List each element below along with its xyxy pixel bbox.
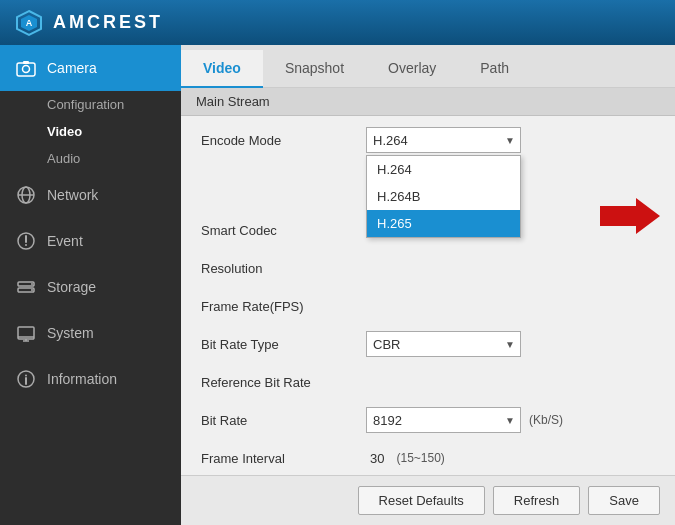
svg-point-10 [25, 244, 27, 246]
tab-bar: Video Snapshot Overlay Path [181, 45, 675, 88]
sidebar-item-camera[interactable]: Camera [0, 45, 181, 91]
system-icon [15, 322, 37, 344]
sidebar-item-network[interactable]: Network [0, 172, 181, 218]
app-header: A AMCREST [0, 0, 675, 45]
sidebar-item-storage[interactable]: Storage [0, 264, 181, 310]
section-header: Main Stream [181, 88, 675, 116]
sidebar-item-system[interactable]: System [0, 310, 181, 356]
resolution-label: Resolution [201, 261, 366, 276]
bit-rate-type-row: Bit Rate Type CBR [201, 330, 655, 358]
bit-rate-type-select-wrapper[interactable]: CBR [366, 331, 521, 357]
bit-rate-select[interactable]: 8192 [366, 407, 521, 433]
sidebar-camera-label: Camera [47, 60, 97, 76]
svg-rect-5 [23, 61, 29, 64]
encode-mode-label: Encode Mode [201, 133, 366, 148]
svg-point-13 [31, 283, 33, 285]
save-button[interactable]: Save [588, 486, 660, 515]
dropdown-item-h265[interactable]: H.265 [367, 210, 520, 237]
encode-mode-select-wrapper[interactable]: H.264 [366, 127, 521, 153]
reset-defaults-button[interactable]: Reset Defaults [358, 486, 485, 515]
encode-mode-row: Encode Mode H.264 H.264 H.264B [201, 126, 655, 154]
svg-text:A: A [26, 18, 33, 28]
bit-rate-label: Bit Rate [201, 413, 366, 428]
dropdown-item-h264b[interactable]: H.264B [367, 183, 520, 210]
bit-rate-row: Bit Rate 8192 (Kb/S) [201, 406, 655, 434]
frame-interval-value: 30 [366, 449, 388, 468]
sidebar-sub-configuration[interactable]: Configuration [0, 91, 181, 118]
amcrest-logo-icon: A [15, 9, 43, 37]
camera-icon [15, 57, 37, 79]
dropdown-item-h264[interactable]: H.264 [367, 156, 520, 183]
tab-snapshot[interactable]: Snapshot [263, 50, 366, 88]
footer-buttons: Reset Defaults Refresh Save [181, 475, 675, 525]
svg-point-21 [25, 375, 27, 377]
network-icon [15, 184, 37, 206]
frame-interval-unit: (15~150) [396, 451, 444, 465]
resolution-row: Resolution [201, 254, 655, 282]
tab-video[interactable]: Video [181, 50, 263, 88]
content-area: Video Snapshot Overlay Path Main Stream … [181, 45, 675, 525]
sidebar-storage-label: Storage [47, 279, 96, 295]
tab-path[interactable]: Path [458, 50, 531, 88]
reference-bit-rate-row: Reference Bit Rate [201, 368, 655, 396]
red-arrow-container [600, 198, 660, 234]
form-area: Encode Mode H.264 H.264 H.264B [181, 116, 675, 475]
sidebar-event-label: Event [47, 233, 83, 249]
event-icon [15, 230, 37, 252]
info-icon [15, 368, 37, 390]
bit-rate-type-select[interactable]: CBR [366, 331, 521, 357]
bit-rate-unit: (Kb/S) [529, 413, 563, 427]
reference-bit-rate-label: Reference Bit Rate [201, 375, 366, 390]
sidebar-system-label: System [47, 325, 94, 341]
frame-interval-label: Frame Interval [201, 451, 366, 466]
sidebar-sub-video[interactable]: Video [0, 118, 181, 145]
frame-rate-label: Frame Rate(FPS) [201, 299, 366, 314]
sidebar-item-event[interactable]: Event [0, 218, 181, 264]
main-layout: Camera Configuration Video Audio Network [0, 45, 675, 525]
sidebar-item-information[interactable]: Information [0, 356, 181, 402]
bit-rate-type-label: Bit Rate Type [201, 337, 366, 352]
sidebar-network-label: Network [47, 187, 98, 203]
red-arrow-icon [600, 198, 660, 234]
bit-rate-select-wrapper[interactable]: 8192 [366, 407, 521, 433]
frame-interval-row: Frame Interval 30 (15~150) [201, 444, 655, 472]
tab-overlay[interactable]: Overlay [366, 50, 458, 88]
encode-mode-select[interactable]: H.264 [366, 127, 521, 153]
sidebar-information-label: Information [47, 371, 117, 387]
refresh-button[interactable]: Refresh [493, 486, 581, 515]
svg-point-4 [23, 66, 30, 73]
frame-rate-row: Frame Rate(FPS) [201, 292, 655, 320]
sidebar: Camera Configuration Video Audio Network [0, 45, 181, 525]
sidebar-sub-audio[interactable]: Audio [0, 145, 181, 172]
encode-mode-dropdown: H.264 H.264B H.265 [366, 155, 521, 238]
svg-point-14 [31, 289, 33, 291]
app-title: AMCREST [53, 12, 163, 33]
storage-icon [15, 276, 37, 298]
encode-mode-control: H.264 H.264 H.264B H.265 [366, 127, 521, 153]
svg-marker-22 [600, 198, 660, 234]
smart-codec-label: Smart Codec [201, 223, 366, 238]
